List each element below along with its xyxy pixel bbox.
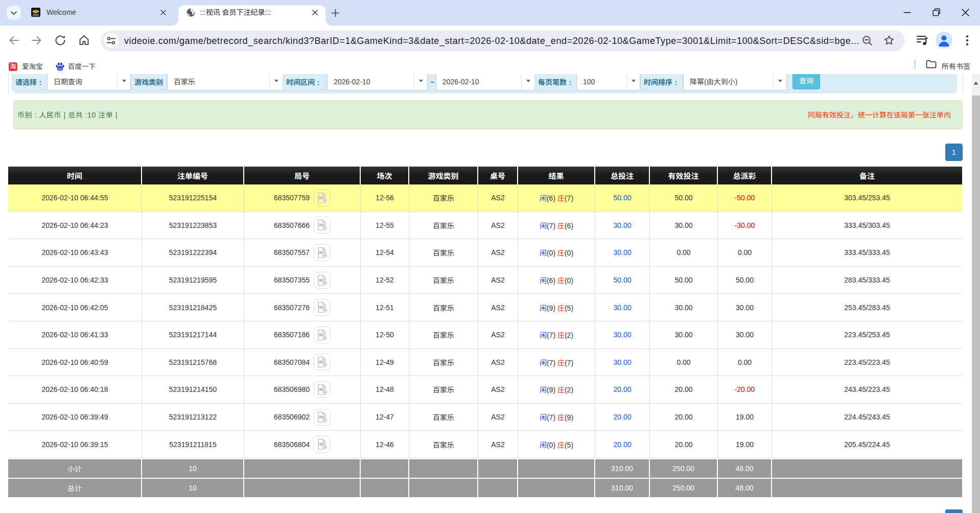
svg-text:du: du xyxy=(58,67,62,71)
